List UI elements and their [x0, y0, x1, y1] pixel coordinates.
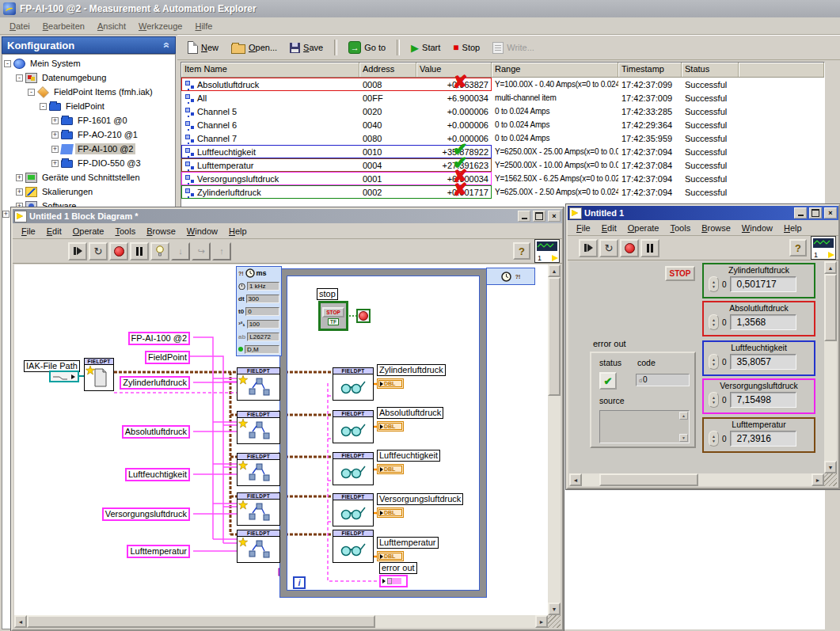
fieldpoint-read-node[interactable]: FIELDPT — [333, 452, 374, 485]
menu-item[interactable]: File — [16, 226, 41, 237]
run-button[interactable] — [579, 239, 598, 257]
timing-dt[interactable]: 300 — [246, 295, 279, 303]
increment-decrement-spinner[interactable]: ▲▼ — [709, 276, 719, 292]
collapse-chevron-icon[interactable]: « — [161, 42, 173, 48]
timing-name[interactable]: L26272 — [247, 333, 279, 341]
increment-decrement-spinner[interactable]: ▲▼ — [709, 314, 719, 330]
start-button[interactable]: ▶Start — [407, 40, 444, 55]
tree-expand-toggle[interactable]: + — [51, 117, 59, 124]
tree-item-label[interactable]: FP-DIO-550 @3 — [75, 158, 143, 169]
run-continuous-button[interactable]: ↻ — [89, 242, 108, 260]
tree-expand-toggle[interactable]: + — [16, 174, 23, 181]
col-address[interactable]: Address — [359, 63, 416, 77]
loop-condition-terminal[interactable] — [356, 309, 371, 323]
scroll-left-button[interactable]: ◄ — [14, 615, 27, 628]
close-button[interactable]: × — [824, 207, 837, 219]
fieldpoint-create-tag-node[interactable]: FIELDPT — [237, 453, 280, 486]
tree-expand-toggle[interactable]: - — [28, 89, 35, 96]
menu-item[interactable]: Tools — [664, 222, 696, 234]
col-timestamp[interactable]: Timestamp — [618, 63, 682, 77]
stop-terminal-label[interactable]: stop — [317, 288, 338, 300]
tree-expand-toggle[interactable]: + — [51, 160, 59, 167]
string-constant[interactable]: FP-AI-100 @2 — [128, 332, 190, 345]
diagram-switch-icon[interactable]: 1 — [811, 236, 836, 260]
tree-item-label[interactable]: Mein System — [28, 58, 83, 69]
abort-button[interactable] — [620, 239, 639, 257]
tree-item-label[interactable]: FieldPoint — [63, 101, 107, 112]
panel-switch-icon[interactable]: 1 — [534, 239, 560, 263]
bd-horizontal-scrollbar[interactable]: ◄ ► — [14, 615, 548, 628]
tree-item[interactable]: + FP-AI-100 @2 — [2, 142, 175, 156]
fieldpoint-read-node[interactable]: FIELDPT — [333, 367, 374, 401]
menu-item[interactable]: Edit — [596, 222, 622, 234]
tree-expand-toggle[interactable]: - — [40, 103, 47, 110]
timing-rate[interactable]: 1 kHz — [247, 282, 279, 291]
maximize-button[interactable] — [809, 207, 822, 219]
increment-decrement-spinner[interactable]: ▲▼ — [709, 354, 719, 370]
minimize-button[interactable] — [794, 207, 807, 219]
increment-decrement-spinner[interactable]: ▲▼ — [709, 431, 719, 447]
menu-item[interactable]: Browse — [696, 222, 736, 234]
resize-grip[interactable] — [824, 473, 837, 486]
tree-item[interactable]: + Geräte und Schnittstellen — [2, 170, 175, 184]
string-constant[interactable]: Absolutluftdruck — [122, 425, 190, 439]
table-row[interactable]: All 00FF +6.900034 multi-channel item 17… — [181, 91, 824, 105]
scroll-down-button[interactable]: ▼ — [824, 461, 837, 473]
menu-item[interactable]: Operate — [67, 226, 110, 237]
tree-item-label[interactable]: Datenumgebung — [40, 72, 108, 83]
tree-item-label[interactable]: FP-AO-210 @1 — [75, 129, 140, 140]
spinner-value[interactable]: 0 — [722, 396, 727, 405]
menu-item[interactable]: Bearbeiten — [36, 20, 91, 32]
string-constant[interactable]: Versorgungsluftdruck — [102, 507, 190, 521]
table-row[interactable]: Channel 7 0080 +0.000006 0 to 0.024 Amps… — [181, 131, 824, 145]
abort-button[interactable] — [109, 242, 128, 260]
tree-item[interactable]: - Datenumgebung — [2, 70, 175, 85]
table-row[interactable]: Lufttemperatur 0004 +27.391623 Y=2500.00… — [181, 158, 824, 172]
timed-loop-input-node[interactable]: ?! ms 1 kHz dt300 t00 ³²₁100 abL26272 D,… — [236, 266, 282, 356]
error-out-label[interactable]: error out — [379, 562, 417, 574]
indicator-terminal-group[interactable]: Luftfeuchtigkeit DBL — [377, 450, 440, 474]
timed-loop-output-node[interactable]: ?! — [486, 268, 535, 285]
tree-item[interactable]: - FieldPoint — [2, 99, 175, 113]
scroll-thumb[interactable] — [27, 615, 375, 628]
dbl-terminal[interactable]: DBL — [377, 421, 404, 431]
menu-item[interactable]: Werkzeuge — [132, 20, 188, 32]
stop-button[interactable]: ■Stop — [449, 40, 484, 55]
timing-mode[interactable]: D,M — [245, 345, 279, 354]
tree-item-label[interactable]: Skalierungen — [40, 186, 95, 197]
source-field[interactable]: ▲ ▼ — [599, 410, 690, 443]
string-constant[interactable]: Lufttemperatur — [127, 545, 190, 558]
fieldpoint-create-tag-node[interactable]: FIELDPT — [237, 367, 280, 401]
bd-vertical-scrollbar[interactable]: ▲ ▼ — [548, 264, 561, 615]
table-row[interactable]: Channel 6 0040 +0.000006 0 to 0.024 Amps… — [181, 118, 824, 131]
loop-iteration-terminal[interactable]: i — [293, 576, 306, 589]
spinner-value[interactable]: 0 — [722, 280, 727, 289]
tree-expand-toggle[interactable]: - — [4, 60, 11, 67]
tree-expand-toggle[interactable]: - — [16, 74, 23, 82]
scroll-right-button[interactable]: ► — [535, 615, 548, 628]
fieldpoint-open-node[interactable]: FIELDPT — [84, 358, 114, 391]
table-row[interactable]: Absolutluftdruck 0008 +0.963827 Y=100.00… — [181, 78, 824, 91]
maximize-button[interactable] — [533, 211, 545, 222]
scroll-thumb[interactable] — [599, 473, 698, 486]
pause-button[interactable] — [640, 239, 659, 257]
fieldpoint-create-tag-node[interactable]: FIELDPT — [237, 411, 280, 444]
scroll-thumb[interactable] — [548, 277, 561, 396]
table-row[interactable]: Zylinderluftdruck 0002 +0.001717 Y=625.0… — [181, 185, 824, 199]
col-item-name[interactable]: Item Name — [181, 63, 359, 77]
dbl-terminal[interactable]: DBL — [377, 464, 404, 474]
spinner-value[interactable]: 0 — [722, 435, 727, 443]
fp-vertical-scrollbar[interactable]: ▲ ▼ — [824, 261, 837, 473]
scroll-down-button[interactable]: ▼ — [679, 434, 688, 442]
menu-item[interactable]: Help — [778, 222, 808, 234]
stop-button[interactable]: STOP — [665, 266, 695, 281]
timing-t0[interactable]: 0 — [245, 307, 279, 316]
col-value[interactable]: Value — [416, 63, 492, 77]
new-button[interactable]: New — [184, 39, 222, 56]
menu-item[interactable]: Datei — [3, 20, 36, 32]
menu-item[interactable]: Help — [223, 226, 253, 237]
scroll-up-button[interactable]: ▲ — [679, 412, 688, 420]
step-over-button[interactable]: ↪ — [192, 242, 211, 260]
fieldpoint-read-node[interactable]: FIELDPT — [333, 530, 374, 563]
write-button[interactable]: Write... — [488, 40, 538, 56]
